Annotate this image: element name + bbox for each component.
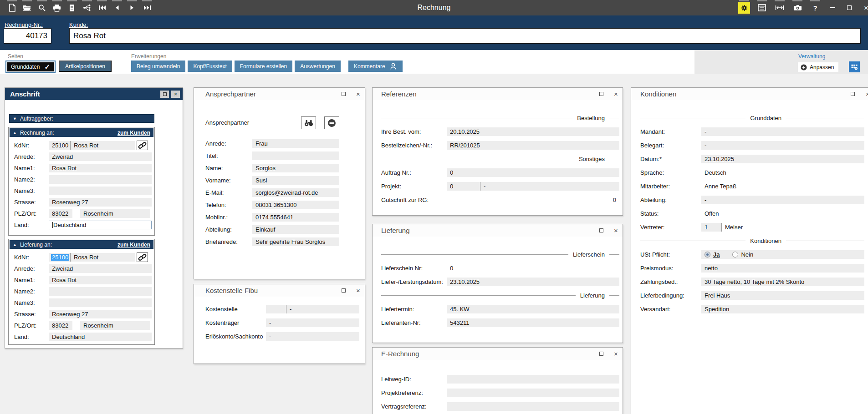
field-value[interactable]: 1 [701, 223, 721, 232]
maximize-window-button[interactable] [844, 2, 855, 14]
field-value[interactable]: Rosa Rot [70, 253, 135, 262]
panel-maximize-button[interactable] [597, 350, 605, 358]
field-value[interactable]: 0 [447, 168, 619, 177]
field-value[interactable]: 543211 [447, 318, 619, 327]
field-value[interactable]: 83022 [49, 209, 72, 218]
action-kommentare[interactable]: Kommentare [348, 61, 403, 72]
first-record-button[interactable] [96, 2, 108, 14]
link-customer-button[interactable] [137, 252, 148, 262]
anpassen-button[interactable]: Anpassen [798, 62, 838, 72]
camera-button[interactable] [791, 2, 803, 14]
field-value[interactable]: Meiser [721, 223, 864, 232]
field-value[interactable]: Sehr geehrte Frau Sorglos [252, 237, 339, 246]
field-value[interactable]: - [266, 332, 359, 341]
field-value[interactable]: 0 [447, 264, 619, 273]
field-value[interactable]: Einkauf [252, 225, 339, 234]
field-value[interactable]: 25100 [49, 253, 70, 262]
field-value[interactable]: 08031 3651300 [252, 201, 339, 209]
fit-width-button[interactable] [774, 2, 786, 14]
field-value[interactable]: Anne Tepaß [701, 182, 864, 191]
panel-close-button[interactable]: × [612, 90, 620, 98]
customer-input[interactable] [69, 28, 861, 44]
field-value[interactable]: 30 Tage netto, 10 Tage mit 2% Skonto [701, 278, 864, 286]
close-window-button[interactable]: × [861, 2, 868, 14]
open-folder-button[interactable] [21, 2, 33, 14]
field-value[interactable] [49, 187, 152, 195]
panel-maximize-button[interactable] [597, 90, 605, 98]
search-contact-button[interactable] [301, 116, 316, 129]
previous-record-button[interactable] [111, 2, 123, 14]
panel-close-button[interactable]: × [354, 90, 362, 98]
field-value[interactable]: Rosa Rot [49, 164, 152, 172]
help-button[interactable]: ? [809, 2, 821, 14]
search-button[interactable] [36, 2, 48, 14]
field-value[interactable]: 20.10.2025 [447, 127, 619, 136]
next-record-button[interactable] [126, 2, 138, 14]
field-value[interactable]: RR/201025 [447, 141, 619, 150]
field-value[interactable] [447, 375, 619, 384]
section-header[interactable]: ▲Rechnung an:zum Kunden [10, 128, 153, 137]
field-value[interactable] [49, 175, 152, 184]
field-value[interactable]: 0174 5554641 [252, 213, 339, 222]
field-value[interactable]: - [266, 318, 359, 327]
field-value[interactable]: Rosenheim [80, 321, 150, 330]
field-value[interactable]: Deutsch [701, 168, 864, 177]
field-value[interactable]: Rosenweg 27 [49, 310, 152, 318]
field-value[interactable]: - [701, 196, 864, 204]
field-value[interactable] [49, 287, 152, 296]
field-value[interactable] [49, 298, 152, 307]
field-value[interactable]: - [480, 182, 619, 191]
field-value[interactable] [252, 151, 339, 160]
field-value[interactable]: Rosa Rot [70, 141, 135, 150]
zum-kunden-link[interactable]: zum Kunden [117, 242, 150, 248]
field-value[interactable] [447, 389, 619, 397]
field-value[interactable]: 0 [447, 196, 619, 204]
field-value[interactable]: Susi [252, 176, 339, 185]
new-document-button[interactable] [6, 2, 18, 14]
share-button[interactable] [81, 2, 93, 14]
field-value[interactable]: Offen [701, 209, 864, 218]
print-button[interactable] [51, 2, 63, 14]
settings-gear-button[interactable] [738, 2, 750, 14]
link-customer-button[interactable] [137, 141, 148, 150]
field-value[interactable]: Deutschland [49, 221, 152, 229]
field-value[interactable]: 23.10.2025 [447, 278, 619, 286]
field-value[interactable]: sorglos@zweirad-rot.de [252, 188, 339, 197]
field-value[interactable]: 83022 [49, 321, 72, 330]
field-value[interactable]: 0 [447, 182, 480, 191]
radio-nein[interactable]: Nein [732, 251, 753, 258]
action-auswertungen[interactable]: Auswertungen [295, 61, 341, 72]
panel-maximize-button[interactable] [597, 227, 605, 234]
minimize-window-button[interactable] [827, 2, 838, 14]
invoice-number-input[interactable] [4, 28, 51, 44]
section-header[interactable]: ▲Lieferung an:zum Kunden [10, 240, 153, 249]
customize-grid-button[interactable] [849, 61, 860, 72]
zum-kunden-link[interactable]: zum Kunden [117, 130, 150, 136]
field-value[interactable]: - [286, 305, 359, 313]
field-value[interactable]: Zweirad [49, 264, 152, 273]
panel-maximize-button[interactable] [849, 90, 857, 98]
field-value[interactable] [266, 305, 286, 313]
form-view-button[interactable] [756, 2, 768, 14]
last-record-button[interactable] [141, 2, 153, 14]
tab-grunddaten[interactable]: Grunddaten✓ [5, 61, 56, 73]
field-value[interactable] [447, 402, 619, 411]
field-value[interactable]: 25100 [49, 141, 70, 150]
field-value[interactable]: Frei Haus [701, 291, 864, 300]
panel-maximize-button[interactable] [340, 287, 347, 294]
panel-close-button[interactable]: × [612, 227, 620, 234]
field-value[interactable]: Deutschland [49, 333, 152, 341]
panel-close-button[interactable]: × [864, 90, 868, 98]
remove-contact-button[interactable] [324, 116, 339, 129]
field-value[interactable]: Zweirad [49, 152, 152, 161]
tab-artikelpositionen[interactable]: Artikelpositionen [59, 61, 112, 72]
action-beleg-umwandeln[interactable]: Beleg umwandeln [131, 61, 185, 72]
action-formulare-erstellen[interactable]: Formulare erstellen [235, 61, 292, 72]
field-value[interactable]: Rosenheim [80, 209, 150, 218]
field-value[interactable]: Rosa Rot [49, 276, 152, 284]
field-value[interactable]: 45. KW [447, 305, 619, 313]
action-kopf-fusstext[interactable]: Kopf/Fusstext [188, 61, 232, 72]
radio-ja[interactable]: Ja [705, 251, 720, 258]
field-value[interactable]: - [701, 141, 864, 150]
field-value[interactable]: Sorglos [252, 164, 339, 172]
